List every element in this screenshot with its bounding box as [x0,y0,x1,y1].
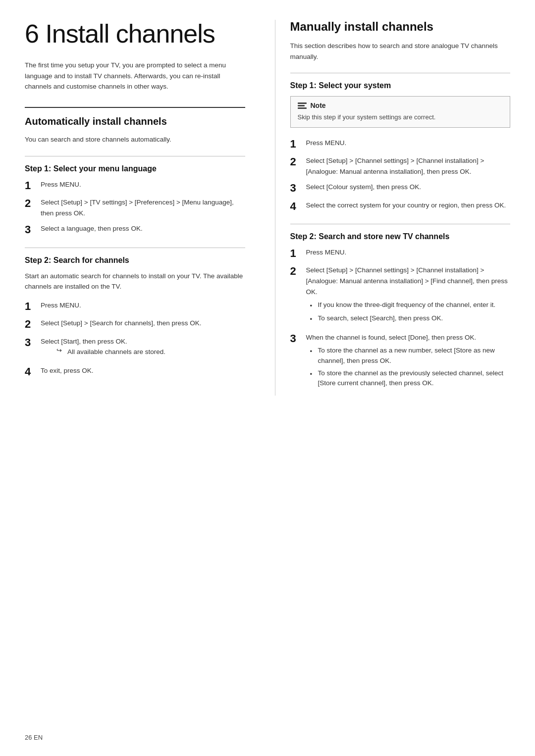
note-icon [298,102,307,109]
note-header: Note [298,101,503,109]
chapter-number: 6 [25,19,39,48]
arrow-continuation: ↪ All available channels are stored. [56,347,245,357]
step2-search-list: 1 Press MENU. 2 Select [Setup] > [Search… [25,300,245,378]
step2-bullet-list: • If you know the three-digit frequency … [306,300,511,325]
note-content: Skip this step if your system settings a… [298,112,503,122]
page-footer: 26 EN [25,734,43,741]
step-content: Press MENU. [41,179,245,190]
bullet-dot: • [310,301,314,311]
manually-install-heading: Manually install channels [290,20,511,34]
step2-divider [25,248,245,248]
step2-search-intro: Start an automatic search for channels t… [25,271,245,292]
step-content: Select a language, then press OK. [41,223,245,234]
step-content: Press MENU. [41,300,245,311]
step-item: 1 Press MENU. [25,300,245,313]
step-content: Press MENU. [306,247,511,258]
step-item: 4 To exit, press OK. [25,365,245,378]
step-item: 1 Press MENU. [290,138,511,151]
step-content: Select [Colour system], then press OK. [306,182,511,193]
auto-install-heading: Automatically install channels [25,116,245,127]
step2-search-heading: Step 2: Search for channels [25,256,245,265]
right-step1-list: 1 Press MENU. 2 Select [Setup] > [Channe… [290,138,511,213]
bullet-dot: • [310,369,314,379]
step-item: 1 Press MENU. [25,179,245,192]
right-step1-heading: Step 1: Select your system [290,81,511,90]
step-item: 3 Select [Start], then press OK. ↪ All a… [25,336,245,360]
left-column: 6 Install channels The first time you se… [25,20,255,396]
bullet-item: • To store the channel as the previously… [310,368,511,389]
arrow-text: All available channels are stored. [67,347,245,357]
bullet-item: • To search, select [Search], then press… [310,313,511,324]
step-item: 3 Select [Colour system], then press OK. [290,182,511,195]
step3-bullet-list: • To store the channel as a new number, … [306,346,511,388]
auto-section-divider [25,107,245,108]
step-content: Select [Setup] > [Channel settings] > [C… [306,155,511,177]
step-content: Select [Setup] > [TV settings] > [Prefer… [41,197,245,218]
step-item: 1 Press MENU. [290,247,511,260]
step-content: Select [Setup] > [Search for channels], … [41,318,245,329]
right-column: Manually install channels This section d… [275,20,511,396]
bullet-item: • To store the channel as a new number, … [310,346,511,366]
step1-divider [25,156,245,156]
step-content: Select [Setup] > [Channel settings] > [C… [306,266,508,295]
chapter-title: 6 Install channels [25,20,245,48]
step-item: 3 When the channel is found, select [Don… [290,332,511,391]
auto-install-intro: You can search and store channels automa… [25,134,245,145]
step-item: 2 Select [Setup] > [Search for channels]… [25,318,245,331]
step-content: Select [Start], then press OK. [41,338,127,345]
note-label: Note [311,101,326,109]
bullet-item: • If you know the three-digit frequency … [310,300,511,311]
step1-menu-language-list: 1 Press MENU. 2 Select [Setup] > [TV set… [25,179,245,237]
right-step1-divider [290,73,511,73]
step1-menu-language-heading: Step 1: Select your menu language [25,164,245,173]
step-item: 3 Select a language, then press OK. [25,223,245,236]
right-step2-divider [290,224,511,224]
chapter-intro: The first time you setup your TV, you ar… [25,60,243,92]
manually-install-intro: This section describes how to search and… [290,41,511,62]
note-box: Note Skip this step if your system setti… [290,96,511,128]
page-layout: 6 Install channels The first time you se… [25,20,510,396]
step-item: 2 Select [Setup] > [TV settings] > [Pref… [25,197,245,218]
step-content: Select the correct system for your count… [306,200,511,211]
step-content: To exit, press OK. [41,365,245,376]
step-item: 2 Select [Setup] > [Channel settings] > … [290,155,511,177]
step-item: 2 Select [Setup] > [Channel settings] > … [290,265,511,327]
right-step2-list: 1 Press MENU. 2 Select [Setup] > [Channe… [290,247,511,391]
bullet-dot: • [310,347,314,356]
step-content: When the channel is found, select [Done]… [306,334,477,341]
right-step2-heading: Step 2: Search and store new TV channels [290,232,511,241]
step-item: 4 Select the correct system for your cou… [290,200,511,213]
bullet-dot: • [310,314,314,324]
arrow-icon: ↪ [56,347,64,354]
step-content: Press MENU. [306,138,511,149]
